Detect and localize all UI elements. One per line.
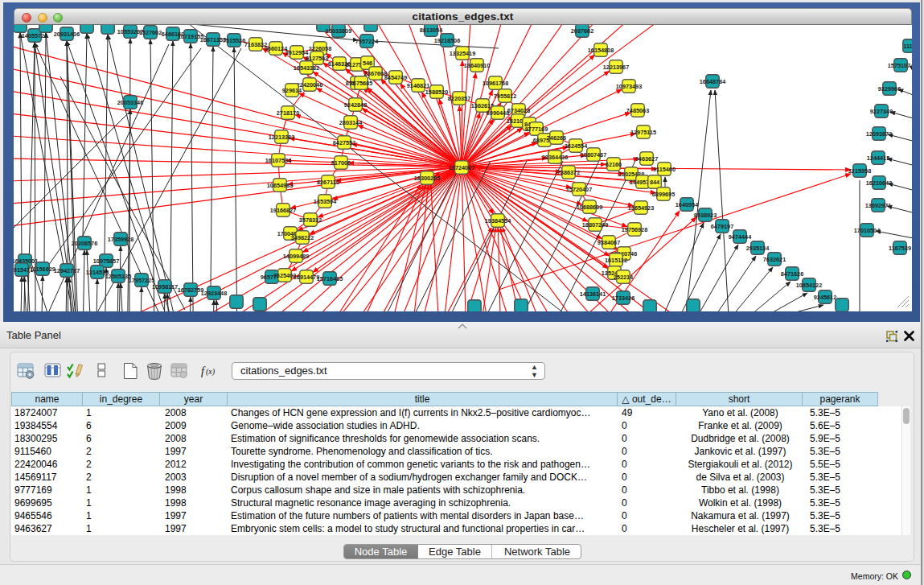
svg-text:12505135: 12505135 [105,273,131,280]
svg-text:20931406: 20931406 [54,31,80,38]
svg-text:12975115: 12975115 [630,129,656,136]
svg-text:11156829: 11156829 [30,266,55,273]
svg-text:1117: 1117 [903,43,912,50]
svg-text:6990448: 6990448 [487,109,509,117]
svg-text:8938923: 8938923 [694,212,717,219]
svg-text:15716485: 15716485 [317,275,343,282]
svg-text:12093872: 12093872 [866,130,892,138]
svg-text:10961768: 10961768 [483,80,508,87]
svg-text:15720407: 15720407 [566,186,592,193]
svg-text:3578332: 3578332 [299,216,322,224]
svg-text:1615112: 1615112 [605,257,627,264]
svg-text:18640910: 18640910 [464,62,490,69]
svg-text:17359928: 17359928 [108,236,133,243]
svg-text:8220357: 8220357 [448,95,470,102]
svg-text:19218506: 19218506 [434,37,460,44]
svg-text:16914479: 16914479 [294,274,319,281]
svg-text:7955812: 7955812 [494,93,516,100]
svg-text:20364436: 20364436 [542,154,568,161]
svg-text:12923448: 12923448 [201,290,227,297]
svg-text:18724007: 18724007 [449,164,474,171]
svg-text:7632621: 7632621 [763,256,786,263]
svg-text:10958117: 10958117 [152,283,178,290]
svg-text:2803144: 2803144 [339,119,363,126]
svg-text:20206576: 20206576 [72,240,97,247]
svg-text:19384554: 19384554 [485,217,511,225]
svg-text:12213967: 12213967 [603,64,629,71]
svg-text:746266: 746266 [547,134,566,142]
svg-text:18807249: 18807249 [582,221,608,229]
svg-text:16154808: 16154808 [588,47,614,54]
svg-text:1362615: 1362615 [471,102,494,109]
svg-text:16782759: 16782759 [178,286,203,294]
svg-text:1733426: 1733426 [612,295,634,302]
svg-text:13654923: 13654923 [628,204,654,212]
svg-text:(x): (x) [206,367,216,377]
svg-text:9463627: 9463627 [635,155,658,163]
svg-text:62160: 62160 [606,161,622,168]
svg-text:1588520: 1588520 [425,89,448,96]
svg-text:17010504: 17010504 [854,227,881,234]
svg-text:16210643: 16210643 [866,179,892,187]
svg-text:252214: 252214 [614,274,634,281]
svg-text:9242848: 9242848 [344,101,367,109]
svg-text:7485063: 7485063 [626,107,649,114]
svg-text:20053346: 20053346 [117,99,143,106]
svg-text:15751074: 15751074 [888,62,912,69]
svg-text:17957225: 17957225 [129,277,154,284]
svg-text:1353594: 1353594 [314,198,337,205]
svg-text:10688609: 10688609 [577,204,602,211]
svg-text:10654983: 10654983 [267,182,293,189]
svg-text:546: 546 [363,60,372,67]
svg-text:7886372: 7886372 [557,169,580,176]
svg-text:3215958: 3215958 [848,167,871,175]
svg-text:12213383: 12213383 [269,134,294,141]
svg-text:18300295: 18300295 [414,175,440,182]
svg-text:8675685: 8675685 [350,80,372,87]
svg-text:1244415: 1244415 [867,154,889,162]
svg-text:8427552: 8427552 [333,139,355,146]
svg-text:10654122: 10654122 [796,282,822,289]
svg-text:6479197: 6479197 [711,223,733,230]
svg-text:13692971: 13692971 [865,202,891,209]
svg-text:16648784: 16648784 [700,78,726,85]
svg-text:817006: 817006 [331,159,351,167]
svg-text:3498222: 3498222 [291,234,314,241]
svg-text:1167539: 1167539 [889,245,911,252]
svg-text:1640954: 1640954 [676,201,699,208]
svg-text:19756928: 19756928 [622,226,647,233]
svg-text:9474444: 9474444 [729,233,752,241]
svg-text:9384067: 9384067 [598,239,620,246]
svg-text:8454749: 8454749 [384,74,407,81]
svg-text:1527602: 1527602 [139,29,162,36]
svg-text:9245612: 9245612 [814,294,836,301]
svg-text:6899695: 6899695 [652,191,675,198]
svg-text:9115460: 9115460 [653,166,676,173]
svg-text:13325419: 13325419 [450,50,475,57]
svg-text:9227349: 9227349 [870,108,893,115]
svg-text:8471626: 8471626 [781,270,803,278]
svg-text:10975857: 10975857 [93,257,119,265]
svg-text:9660124: 9660124 [265,45,288,52]
svg-text:929614: 929614 [282,87,302,94]
svg-text:9329966: 9329966 [878,85,901,93]
svg-text:844: 844 [650,179,660,186]
svg-text:12942737: 12942737 [54,267,80,274]
svg-text:19166827: 19166827 [270,207,296,214]
svg-text:10973493: 10973493 [616,83,642,90]
svg-text:6734028: 6734028 [507,107,530,114]
svg-text:8813054: 8813054 [420,27,443,34]
svg-text:2935134: 2935134 [746,245,770,252]
svg-text:7515526: 7515526 [223,37,245,44]
svg-text:3624554: 3624554 [565,142,588,150]
svg-text:7957224: 7957224 [355,38,379,45]
svg-text:16543382: 16543382 [294,64,319,72]
svg-text:16033809: 16033809 [326,27,351,35]
svg-text:10807487: 10807487 [581,151,606,159]
svg-text:2718170: 2718170 [277,109,299,117]
svg-text:9777169: 9777169 [525,126,548,133]
svg-text:16107534: 16107534 [265,157,292,164]
svg-text:2087662: 2087662 [571,27,593,35]
svg-text:14136141: 14136141 [580,290,606,298]
svg-text:8267110: 8267110 [317,179,339,186]
